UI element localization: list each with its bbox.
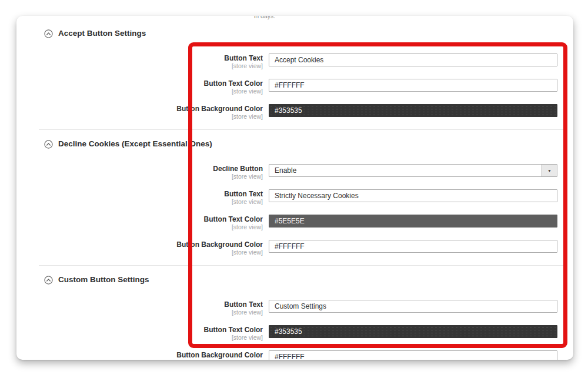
section-title: Accept Button Settings — [58, 29, 146, 38]
section-header-custom-button-settings[interactable]: Custom Button Settings — [44, 275, 573, 285]
field-label: Button Background Color [store view] — [16, 104, 263, 120]
field-row: Button Background Color [store view] — [16, 350, 557, 360]
field-label: Decline Button [store view] — [16, 164, 263, 180]
section-header-accept-button-settings[interactable]: Accept Button Settings — [44, 29, 573, 38]
custom-button-background-color-input[interactable] — [269, 350, 557, 360]
section-header-decline-cookies[interactable]: Decline Cookies (Except Essential Ones) — [44, 139, 573, 149]
settings-card: in days. Accept Button Settings Button T… — [16, 16, 573, 360]
field-label: Button Text Color [store view] — [16, 79, 263, 95]
field-label-text: Button Text — [16, 301, 263, 309]
field-label: Button Text [store view] — [16, 300, 263, 316]
field-scope-label: [store view] — [16, 88, 263, 95]
decline-button-text-color-input[interactable] — [269, 215, 557, 228]
field-scope-label: [store view] — [16, 359, 263, 360]
accept-button-text-color-input[interactable] — [269, 79, 557, 92]
decline-button-select[interactable]: Enable ▼ — [269, 164, 557, 177]
section-title: Custom Button Settings — [58, 275, 149, 285]
settings-form: Accept Button Settings Button Text [stor… — [16, 16, 573, 360]
field-label: Button Background Color [store view] — [16, 240, 263, 256]
field-scope-label: [store view] — [16, 223, 263, 230]
field-label-text: Button Background Color — [16, 241, 263, 249]
field-label: Button Background Color [store view] — [16, 350, 263, 360]
field-label: Button Text [store view] — [16, 189, 263, 205]
field-scope-label: [store view] — [16, 62, 263, 69]
section-divider — [39, 129, 564, 130]
collapse-chevron-icon[interactable] — [44, 276, 53, 285]
field-scope-label: [store view] — [16, 249, 263, 256]
section-divider — [39, 265, 564, 266]
field-scope-label: [store view] — [16, 113, 263, 120]
field-label-text: Button Text Color — [16, 80, 263, 88]
field-label-text: Decline Button — [16, 165, 263, 173]
field-scope-label: [store view] — [16, 198, 263, 205]
field-scope-label: [store view] — [16, 334, 263, 341]
top-note-clipped-text: in days. — [254, 16, 275, 19]
field-scope-label: [store view] — [16, 173, 263, 180]
custom-button-text-input[interactable] — [269, 300, 557, 313]
field-row: Button Text Color [store view] — [16, 215, 557, 230]
collapse-chevron-icon[interactable] — [44, 140, 53, 149]
select-dropdown-arrow-icon[interactable]: ▼ — [542, 165, 557, 176]
accept-button-background-color-input[interactable] — [269, 104, 557, 117]
decline-button-text-input[interactable] — [269, 189, 557, 202]
field-label-text: Button Text — [16, 190, 263, 198]
field-row: Button Text [store view] — [16, 53, 557, 69]
decline-button-background-color-input[interactable] — [269, 240, 557, 253]
field-label-text: Button Text Color — [16, 216, 263, 223]
field-row: Button Text Color [store view] — [16, 79, 557, 95]
section-title: Decline Cookies (Except Essential Ones) — [58, 139, 212, 149]
field-row: Button Background Color [store view] — [16, 104, 557, 120]
field-label: Button Text Color [store view] — [16, 215, 263, 230]
field-label-text: Button Text — [16, 55, 263, 62]
field-label: Button Text Color [store view] — [16, 325, 263, 341]
field-row: Button Background Color [store view] — [16, 240, 557, 256]
field-scope-label: [store view] — [16, 309, 263, 316]
field-label-text: Button Background Color — [16, 105, 263, 113]
custom-button-text-color-input[interactable] — [269, 325, 557, 338]
field-label-text: Button Text Color — [16, 326, 263, 334]
field-label: Button Text [store view] — [16, 53, 263, 69]
field-row: Button Text [store view] — [16, 300, 557, 316]
field-row: Button Text Color [store view] — [16, 325, 557, 341]
field-row: Button Text [store view] — [16, 189, 557, 205]
decline-button-selected-value: Enable — [275, 166, 296, 175]
accept-button-text-input[interactable] — [269, 53, 557, 66]
field-row: Decline Button [store view] Enable ▼ — [16, 164, 557, 180]
field-label-text: Button Background Color — [16, 352, 263, 359]
collapse-chevron-icon[interactable] — [44, 29, 53, 38]
